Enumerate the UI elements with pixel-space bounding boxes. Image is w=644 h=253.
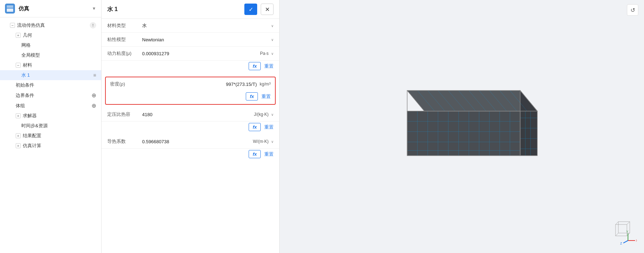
collapse-icon: −: [10, 23, 15, 28]
panel-title: 水 1: [107, 6, 241, 13]
sidebar-item-label: 水 1: [21, 72, 30, 78]
material-panel: 水 1 ✓ ✕ 材料类型 水 ∨ 粘性模型 Newtonian ∨ 动力粘度(μ…: [102, 0, 280, 253]
sidebar-item-solver[interactable]: + 求解器: [0, 111, 101, 121]
reset-button-dynamic-viscosity[interactable]: 重置: [264, 63, 274, 69]
chevron-down-icon[interactable]: ∨: [271, 38, 274, 42]
sidebar-item-mesh[interactable]: 网格: [0, 40, 101, 50]
chevron-down-icon[interactable]: ∨: [271, 140, 274, 144]
sidebar-item-material[interactable]: − 材料: [0, 60, 101, 70]
field-label-dynamic-viscosity: 动力粘度(μ): [107, 50, 139, 57]
expand-icon: +: [16, 113, 21, 118]
svg-marker-4: [407, 111, 520, 156]
add-icon[interactable]: ⊕: [92, 92, 96, 99]
fx-button-dynamic-viscosity[interactable]: fx: [249, 62, 261, 70]
fx-button-specific-heat[interactable]: fx: [249, 123, 261, 131]
reset-button-specific-heat[interactable]: 重置: [264, 124, 274, 130]
svg-rect-1: [7, 9, 13, 12]
field-value-thermal-conductivity: 0.596680738: [142, 139, 250, 144]
fx-button-density[interactable]: fx: [246, 92, 258, 100]
panel-header: 水 1 ✓ ✕: [102, 0, 279, 19]
field-unit-material-type: ∨: [270, 24, 274, 28]
field-value-dynamic-viscosity: 0.000931279: [142, 51, 257, 56]
reset-button-density[interactable]: 重置: [261, 93, 271, 100]
field-label-material-type: 材料类型: [107, 22, 139, 29]
collapse-icon: −: [16, 63, 21, 68]
action-row-thermal-conductivity: fx 重置: [102, 149, 279, 162]
svg-line-51: [623, 241, 628, 243]
sidebar-item-label: 求解器: [23, 113, 37, 119]
expand-icon: +: [16, 33, 21, 38]
sidebar-item-label: 时间步&资源: [21, 123, 48, 129]
sidebar-item-global-model[interactable]: 全局模型: [0, 50, 101, 60]
undo-button[interactable]: ↺: [627, 4, 638, 16]
confirm-button[interactable]: ✓: [244, 4, 257, 15]
field-unit-density: kg/m3: [260, 82, 271, 87]
y-axis-label: Y: [626, 230, 628, 233]
sidebar-item-water1[interactable]: 水 1 ≡: [0, 70, 101, 80]
field-dynamic-viscosity: 动力粘度(μ) 0.000931279 Pa·s ∨: [102, 47, 279, 61]
x-axis-label: X: [636, 239, 637, 242]
svg-marker-5: [520, 91, 537, 156]
sidebar-header: 仿真 ▼: [0, 0, 101, 17]
app-logo-icon: [5, 4, 15, 14]
viewport: ↺: [280, 0, 644, 253]
field-unit-specific-heat: J/(kg·K) ∨: [254, 112, 274, 117]
field-density: 密度(ρ) 997*(273.15/T) kg/m3: [106, 77, 275, 91]
cancel-button[interactable]: ✕: [261, 4, 274, 15]
svg-line-48: [616, 233, 618, 236]
z-axis-label: Z: [620, 242, 622, 245]
field-label-specific-heat: 定压比热容: [107, 111, 139, 118]
panel-body: 材料类型 水 ∨ 粘性模型 Newtonian ∨ 动力粘度(μ) 0.0009…: [102, 19, 279, 253]
sidebar-item-boundary-cond[interactable]: 边界条件 ⊕: [0, 90, 101, 100]
chevron-down-icon[interactable]: ∨: [271, 113, 274, 117]
field-material-type: 材料类型 水 ∨: [102, 19, 279, 33]
svg-line-45: [616, 222, 618, 224]
field-thermal-conductivity: 导热系数 0.596680738 W/(m·K) ∨: [102, 135, 279, 149]
sidebar-collapse-icon[interactable]: ▼: [92, 6, 96, 11]
sidebar-item-geometry[interactable]: + 几何: [0, 30, 101, 40]
chevron-down-icon[interactable]: ∨: [271, 52, 274, 56]
field-label-viscosity-model: 粘性模型: [107, 36, 139, 43]
field-dynamic-viscosity-container: 动力粘度(μ) 0.000931279 Pa·s ∨ fx 重置: [102, 47, 279, 74]
sidebar-item-sim-calc[interactable]: + 仿真计算: [0, 141, 101, 151]
svg-line-46: [627, 222, 630, 224]
action-row-dynamic-viscosity: fx 重置: [102, 61, 279, 74]
sidebar-item-label: 边界条件: [16, 92, 34, 99]
chevron-down-icon[interactable]: ∨: [271, 24, 274, 28]
sidebar-item-label: 几何: [23, 32, 32, 38]
sidebar-item-flow-sim[interactable]: − 流动传热仿真 !: [0, 20, 101, 30]
field-label-thermal-conductivity: 导热系数: [107, 138, 139, 145]
action-row-specific-heat: fx 重置: [102, 122, 279, 135]
field-unit-dynamic-viscosity: Pa·s ∨: [260, 51, 274, 56]
app-title: 仿真: [19, 5, 88, 12]
expand-icon: +: [16, 143, 21, 148]
svg-marker-3: [407, 91, 537, 111]
field-value-material-type: 水: [142, 22, 267, 29]
reset-button-thermal-conductivity[interactable]: 重置: [264, 151, 274, 158]
superscript-3: 3: [269, 82, 271, 85]
sidebar-item-result-config[interactable]: + 结果配置: [0, 131, 101, 141]
sidebar-tree: − 流动传热仿真 ! + 几何 网格 全局模型 − 材料 水 1 ≡ 初始条: [0, 17, 101, 253]
axis-gizmo: X Y Z: [608, 217, 637, 246]
sidebar-item-label: 体组: [16, 103, 25, 109]
sidebar: 仿真 ▼ − 流动传热仿真 ! + 几何 网格 全局模型 − 材料 水 1: [0, 0, 102, 253]
sidebar-item-label: 仿真计算: [23, 143, 41, 149]
3d-model-view: [373, 69, 551, 184]
sidebar-item-label: 初始条件: [16, 82, 34, 88]
sidebar-item-label: 全局模型: [21, 52, 40, 58]
field-value-specific-heat: 4180: [142, 112, 251, 117]
3d-box-svg: [373, 75, 551, 178]
fx-button-thermal-conductivity[interactable]: fx: [249, 150, 261, 158]
add-icon[interactable]: ⊕: [92, 102, 96, 109]
sidebar-item-label: 流动传热仿真: [17, 22, 45, 29]
sidebar-item-label: 网格: [21, 42, 31, 48]
field-thermal-conductivity-container: 导热系数 0.596680738 W/(m·K) ∨ fx 重置: [102, 135, 279, 162]
sidebar-item-body-group[interactable]: 体组 ⊕: [0, 100, 101, 111]
sidebar-item-time-step[interactable]: 时间步&资源: [0, 121, 101, 131]
warning-badge: !: [90, 22, 96, 29]
sidebar-item-initial-cond[interactable]: 初始条件: [0, 80, 101, 90]
field-specific-heat: 定压比热容 4180 J/(kg·K) ∨: [102, 108, 279, 122]
field-value-viscosity-model: Newtonian: [142, 37, 267, 42]
sidebar-item-label: 结果配置: [23, 133, 41, 139]
context-menu-icon[interactable]: ≡: [93, 72, 96, 78]
